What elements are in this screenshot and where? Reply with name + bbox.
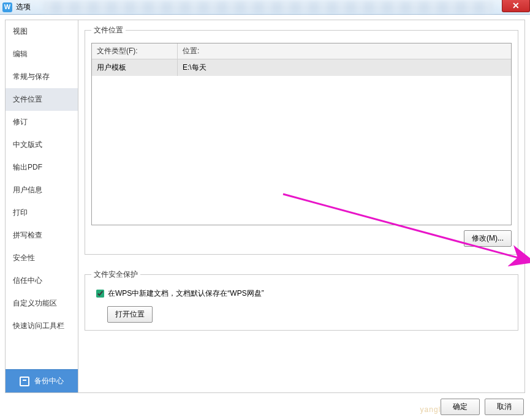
file-safety-legend: 文件安全保护 — [91, 269, 140, 280]
backup-label: 备份中心 — [34, 376, 64, 386]
table-body[interactable]: 用户模板E:\每天 — [92, 59, 511, 225]
sidebar-item-10[interactable]: 安全性 — [6, 247, 78, 269]
dialog-footer: 确定 取消 — [441, 399, 524, 415]
backup-icon — [20, 377, 29, 386]
sidebar-item-11[interactable]: 信任中心 — [6, 269, 78, 292]
content-pane: 文件位置 文件类型(F): 位置: 用户模板E:\每天 修改(M)... — [78, 20, 525, 393]
save-to-wps-label[interactable]: 在WPS中新建文档，文档默认保存在“WPS网盘” — [108, 288, 264, 299]
sidebar-item-6[interactable]: 输出PDF — [6, 156, 78, 179]
open-location-button[interactable]: 打开位置 — [107, 306, 153, 323]
open-location-row: 打开位置 — [107, 306, 512, 323]
sidebar-list: 视图编辑常规与保存文件位置修订中文版式输出PDF用户信息打印拼写检查安全性信任中… — [6, 20, 78, 369]
table-row[interactable]: 用户模板E:\每天 — [92, 59, 511, 76]
close-button[interactable]: ✕ — [502, 0, 530, 12]
window-title: 选项 — [16, 2, 31, 12]
sidebar-item-4[interactable]: 修订 — [6, 111, 78, 133]
sidebar-item-1[interactable]: 编辑 — [6, 43, 78, 66]
save-to-wps-checkbox[interactable] — [96, 290, 104, 298]
sidebar-item-12[interactable]: 自定义功能区 — [6, 292, 78, 315]
modify-row: 修改(M)... — [91, 230, 512, 247]
sidebar-item-7[interactable]: 用户信息 — [6, 179, 78, 201]
sidebar: 视图编辑常规与保存文件位置修订中文版式输出PDF用户信息打印拼写检查安全性信任中… — [5, 20, 78, 393]
file-location-legend: 文件位置 — [91, 25, 126, 36]
sidebar-item-0[interactable]: 视图 — [6, 20, 78, 43]
col-header-type[interactable]: 文件类型(F): — [92, 43, 178, 59]
sidebar-item-2[interactable]: 常规与保存 — [6, 66, 78, 88]
dialog-body: 视图编辑常规与保存文件位置修订中文版式输出PDF用户信息打印拼写检查安全性信任中… — [5, 20, 525, 393]
ok-button[interactable]: 确定 — [441, 399, 480, 415]
save-to-wps-checkbox-row: 在WPS中新建文档，文档默认保存在“WPS网盘” — [96, 288, 512, 299]
sidebar-item-8[interactable]: 打印 — [6, 201, 78, 224]
file-location-table: 文件类型(F): 位置: 用户模板E:\每天 — [91, 43, 512, 225]
backup-center-button[interactable]: 备份中心 — [6, 369, 78, 392]
table-header: 文件类型(F): 位置: — [92, 43, 511, 59]
cell-location: E:\每天 — [178, 59, 511, 76]
sidebar-item-9[interactable]: 拼写检查 — [6, 224, 78, 247]
file-location-group: 文件位置 文件类型(F): 位置: 用户模板E:\每天 修改(M)... — [85, 25, 518, 255]
titlebar: W 选项 ✕ — [0, 0, 530, 15]
modify-button[interactable]: 修改(M)... — [464, 230, 512, 247]
file-safety-group: 文件安全保护 在WPS中新建文档，文档默认保存在“WPS网盘” 打开位置 — [85, 269, 518, 331]
cancel-button[interactable]: 取消 — [485, 399, 524, 415]
blurred-background — [43, 1, 493, 13]
col-header-location[interactable]: 位置: — [178, 43, 511, 59]
sidebar-item-3[interactable]: 文件位置 — [6, 88, 78, 111]
sidebar-item-5[interactable]: 中文版式 — [6, 133, 78, 156]
sidebar-item-13[interactable]: 快速访问工具栏 — [6, 315, 78, 337]
app-logo: W — [2, 2, 12, 12]
cell-type: 用户模板 — [92, 59, 178, 76]
